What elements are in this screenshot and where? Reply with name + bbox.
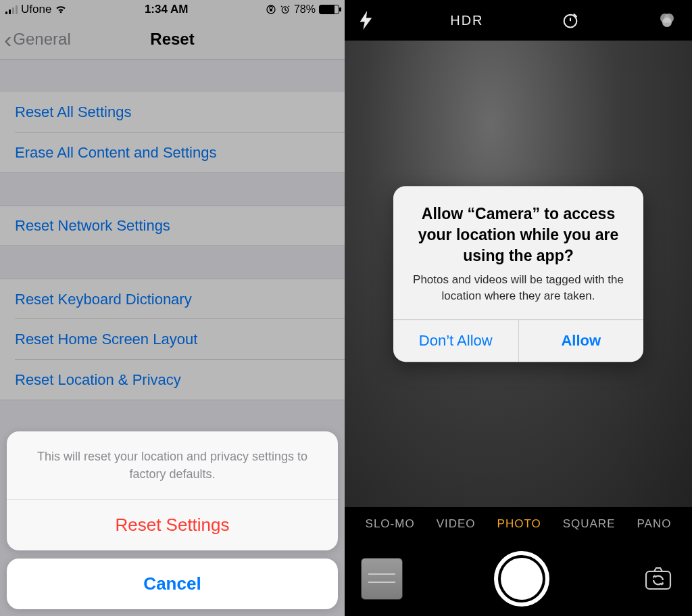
camera-top-bar: HDR — [345, 0, 692, 41]
switch-camera-button[interactable] — [641, 561, 676, 596]
carrier-label: Ufone — [21, 3, 51, 16]
nav-bar: ‹ General Reset — [0, 19, 345, 60]
row-reset-keyboard[interactable]: Reset Keyboard Dictionary — [0, 279, 345, 319]
row-reset-home-layout[interactable]: Reset Home Screen Layout — [0, 319, 345, 360]
flash-button[interactable] — [360, 11, 373, 30]
row-reset-location-privacy[interactable]: Reset Location & Privacy — [0, 360, 345, 400]
battery-pct-label: 78% — [294, 3, 316, 16]
svg-point-3 — [564, 15, 576, 28]
timer-button[interactable] — [561, 11, 580, 30]
reset-settings-button[interactable]: Reset Settings — [7, 500, 338, 550]
mode-pano[interactable]: PANO — [637, 517, 671, 531]
mode-video[interactable]: VIDEO — [437, 517, 476, 531]
alarm-icon — [280, 4, 291, 15]
cancel-button[interactable]: Cancel — [7, 559, 338, 609]
status-time: 1:34 AM — [145, 3, 189, 16]
last-photo-thumbnail[interactable] — [361, 558, 403, 600]
camera-controls — [345, 541, 692, 616]
dont-allow-button[interactable]: Don’t Allow — [393, 320, 519, 362]
action-sheet-message: This will reset your location and privac… — [7, 431, 338, 500]
row-erase-all-content[interactable]: Erase All Content and Settings — [0, 133, 345, 173]
action-sheet-card: This will reset your location and privac… — [7, 431, 338, 550]
status-bar: Ufone 1:34 AM 78% — [0, 0, 345, 19]
location-permission-alert: Allow “Camera” to access your location w… — [393, 186, 643, 362]
mode-photo[interactable]: PHOTO — [497, 517, 541, 531]
camera-viewfinder[interactable]: Allow “Camera” to access your location w… — [345, 41, 692, 507]
status-left: Ufone — [5, 3, 67, 16]
shutter-button[interactable] — [494, 551, 549, 607]
battery-icon — [319, 5, 339, 14]
signal-bars-icon — [5, 5, 18, 14]
settings-reset-pane: Ufone 1:34 AM 78% ‹ General Reset Reset … — [0, 0, 345, 616]
camera-pane: HDR Allow “Camera” to access your locati… — [345, 0, 692, 616]
mode-slomo[interactable]: SLO-MO — [366, 517, 415, 531]
camera-mode-selector[interactable]: SLO-MO VIDEO PHOTO SQUARE PANO — [345, 507, 692, 541]
row-reset-network[interactable]: Reset Network Settings — [0, 206, 345, 246]
mode-square[interactable]: SQUARE — [563, 517, 616, 531]
row-reset-all-settings[interactable]: Reset All Settings — [0, 92, 345, 133]
status-right: 78% — [266, 3, 339, 16]
svg-rect-1 — [270, 9, 272, 11]
filters-button[interactable] — [657, 10, 677, 30]
wifi-icon — [55, 5, 67, 14]
action-sheet: This will reset your location and privac… — [7, 431, 338, 609]
hdr-button[interactable]: HDR — [450, 13, 483, 28]
svg-point-6 — [662, 18, 672, 27]
alert-title: Allow “Camera” to access your location w… — [410, 204, 627, 266]
alert-subtitle: Photos and videos will be tagged with th… — [410, 272, 627, 304]
nav-title: Reset — [0, 30, 345, 49]
rotation-lock-icon — [266, 4, 276, 15]
shutter-inner — [501, 558, 543, 600]
svg-rect-7 — [646, 571, 670, 589]
allow-button[interactable]: Allow — [519, 320, 644, 362]
